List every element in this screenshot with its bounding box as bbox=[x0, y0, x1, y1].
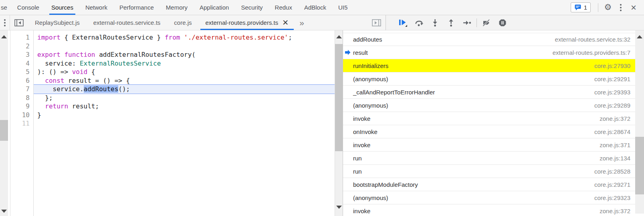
kebab-menu-icon bbox=[620, 4, 622, 11]
editor-scrollbar[interactable] bbox=[335, 30, 343, 216]
line-number: 8 bbox=[10, 94, 30, 102]
frame-source-location[interactable]: zone.js:372 bbox=[600, 115, 630, 122]
frame-function-name: (anonymous) bbox=[353, 194, 388, 201]
call-stack-scrollbar[interactable] bbox=[635, 30, 644, 214]
deactivate-breakpoints-button[interactable] bbox=[478, 17, 495, 29]
source-panel-menu-button[interactable] bbox=[0, 15, 10, 30]
frame-source-location[interactable]: core.js:29393 bbox=[594, 89, 630, 96]
step-button[interactable] bbox=[459, 17, 475, 29]
main-tab-memory[interactable]: Memory bbox=[160, 0, 194, 15]
code-line[interactable]: ): () => void { bbox=[34, 68, 335, 76]
call-stack-frame[interactable]: (anonymous)core.js:29323 bbox=[343, 191, 635, 204]
call-stack-frame[interactable]: invokezone.js:371 bbox=[343, 138, 635, 152]
step-into-button[interactable] bbox=[427, 17, 443, 29]
pause-on-exceptions-button[interactable] bbox=[495, 17, 511, 29]
code-line[interactable]: return result; bbox=[34, 102, 335, 111]
main-tab-adblock[interactable]: AdBlock bbox=[298, 0, 332, 15]
frame-source-location[interactable]: core.js:28674 bbox=[594, 128, 630, 135]
step-over-button[interactable] bbox=[411, 17, 427, 29]
scrollbar-thumb[interactable] bbox=[0, 120, 8, 141]
main-tab-ui5[interactable]: UI5 bbox=[332, 0, 353, 15]
step-into-icon bbox=[432, 19, 438, 27]
selected-token: addRoutes bbox=[84, 85, 119, 93]
file-tab[interactable]: core.js bbox=[167, 15, 198, 30]
call-stack-frame[interactable]: runzone.js:134 bbox=[343, 152, 635, 165]
call-stack-frame[interactable]: onInvokecore.js:28674 bbox=[343, 125, 635, 138]
main-tab-security[interactable]: Security bbox=[235, 0, 269, 15]
main-tab-redux[interactable]: Redux bbox=[269, 0, 298, 15]
scroll-up-icon[interactable] bbox=[637, 35, 642, 38]
call-stack-frame[interactable]: runInitializerscore.js:27930 bbox=[343, 59, 635, 72]
scrollbar-thumb[interactable] bbox=[635, 137, 644, 194]
call-stack-frame[interactable]: (anonymous)core.js:29291 bbox=[343, 72, 635, 86]
main-tab-performance[interactable]: Performance bbox=[113, 0, 160, 15]
call-stack-frame[interactable]: resultexternal-routes.providers.ts:7 bbox=[343, 46, 635, 59]
file-tab[interactable]: external-routes.providers.ts✕ bbox=[199, 15, 296, 30]
execution-line[interactable]: service.addRoutes(); bbox=[34, 85, 335, 94]
scroll-down-icon[interactable] bbox=[1, 210, 7, 213]
scrollbar-thumb[interactable] bbox=[335, 44, 343, 151]
file-tab[interactable]: ReplaySubject.js bbox=[28, 15, 87, 30]
call-stack-frame[interactable]: invokezone.js:372 bbox=[343, 204, 635, 216]
file-tab[interactable]: external-routes.service.ts bbox=[87, 15, 168, 30]
code-line[interactable] bbox=[34, 42, 335, 51]
main-tab-application[interactable]: Application bbox=[194, 0, 235, 15]
frame-source-location[interactable]: external-routes.service.ts:32 bbox=[555, 36, 630, 43]
console-messages-badge[interactable]: 1 bbox=[571, 2, 591, 12]
frame-function-name: (anonymous) bbox=[353, 76, 388, 82]
frame-source-location[interactable]: zone.js:371 bbox=[600, 142, 630, 148]
file-tab-row: ReplaySubject.jsexternal-routes.service.… bbox=[0, 15, 644, 30]
main-tab-sources[interactable]: Sources bbox=[45, 0, 79, 15]
topbar-right: 1 ⚙ × bbox=[571, 0, 644, 15]
frame-source-location[interactable]: core.js:27930 bbox=[594, 62, 630, 69]
frame-source-location[interactable]: zone.js:372 bbox=[600, 208, 630, 214]
scroll-up-icon[interactable] bbox=[1, 35, 7, 38]
current-frame-arrow-icon bbox=[345, 50, 351, 55]
code-line[interactable]: import { ExternalRoutesService } from '.… bbox=[34, 33, 335, 42]
navigator-scrollbar[interactable] bbox=[0, 30, 8, 216]
call-stack-frame[interactable]: bootstrapModuleFactorycore.js:29271 bbox=[343, 178, 635, 191]
call-stack-frame[interactable]: addRoutesexternal-routes.service.ts:32 bbox=[343, 33, 635, 46]
main-tab-console[interactable]: Console bbox=[11, 0, 45, 15]
call-stack-frame[interactable]: invokezone.js:372 bbox=[343, 112, 635, 125]
frame-source-location[interactable]: external-routes.providers.ts:7 bbox=[553, 49, 630, 56]
frame-source-location[interactable]: zone.js:134 bbox=[600, 155, 630, 162]
tab-close-icon[interactable]: ✕ bbox=[282, 19, 289, 26]
call-stack-frame[interactable]: runcore.js:28528 bbox=[343, 165, 635, 178]
main-tab-partial[interactable]: se bbox=[0, 0, 11, 15]
code-editor[interactable]: import { ExternalRoutesService } from '.… bbox=[34, 30, 335, 216]
message-bubble-icon bbox=[574, 4, 581, 11]
line-number: 5 bbox=[10, 68, 30, 76]
code-line[interactable]: }; bbox=[34, 94, 335, 102]
frame-source-location[interactable]: core.js:29271 bbox=[594, 181, 630, 188]
call-stack-frame[interactable]: (anonymous)core.js:29289 bbox=[343, 99, 635, 112]
more-tabs-button[interactable]: » bbox=[295, 15, 308, 30]
frame-source-location[interactable]: core.js:29323 bbox=[594, 194, 630, 201]
call-stack-frame[interactable]: _callAndReportToErrorHandlercore.js:2939… bbox=[343, 86, 635, 99]
close-devtools-button[interactable]: × bbox=[627, 2, 640, 14]
step-icon bbox=[463, 19, 471, 27]
code-line[interactable]: const result = () => { bbox=[34, 76, 335, 85]
settings-button[interactable]: ⚙ bbox=[602, 2, 614, 14]
frame-source-location[interactable]: core.js:29289 bbox=[594, 102, 630, 109]
frame-source-location[interactable]: core.js:29291 bbox=[594, 76, 630, 82]
frame-function-name: invoke bbox=[353, 142, 370, 148]
line-number: 11 bbox=[10, 119, 30, 128]
scroll-down-icon[interactable] bbox=[336, 206, 342, 209]
code-line[interactable] bbox=[34, 119, 335, 128]
step-out-button[interactable] bbox=[443, 17, 459, 29]
code-line[interactable]: } bbox=[34, 111, 335, 120]
code-line[interactable]: service: ExternalRoutesService bbox=[34, 59, 335, 68]
frame-source-location[interactable]: core.js:28528 bbox=[594, 168, 630, 175]
line-number-gutter[interactable]: 1234567891011 bbox=[10, 30, 34, 216]
code-line[interactable]: export function addExternalRoutesFactory… bbox=[34, 50, 335, 59]
scroll-up-icon[interactable] bbox=[336, 35, 342, 38]
panel-collapse-right-icon bbox=[372, 19, 381, 26]
resume-button[interactable] bbox=[395, 17, 411, 29]
line-number: 3 bbox=[10, 50, 30, 59]
toggle-debugger-sidebar-button[interactable] bbox=[367, 15, 386, 30]
main-tab-network[interactable]: Network bbox=[79, 0, 113, 15]
step-out-icon bbox=[448, 19, 454, 27]
more-options-button[interactable] bbox=[614, 2, 627, 14]
toggle-navigator-sidebar-button[interactable] bbox=[10, 15, 28, 30]
